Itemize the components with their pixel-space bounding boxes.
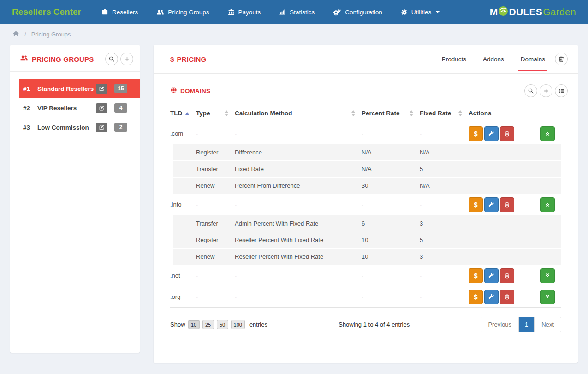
delete-pricing-button[interactable] <box>555 53 568 65</box>
configure-button[interactable] <box>484 197 499 212</box>
nav-item-utilities[interactable]: Utilities <box>401 9 440 16</box>
page-size-control: Show 102550100 entries <box>170 320 267 329</box>
search-domains-button[interactable] <box>524 84 537 97</box>
group-item-low-commission[interactable]: #3 Low Commission 2 <box>19 118 140 137</box>
group-item-vip-resellers[interactable]: #2 VIP Resellers 4 <box>19 99 140 117</box>
nav-item-payouts[interactable]: Payouts <box>228 9 261 16</box>
column-header-tld[interactable]: TLD <box>170 106 196 123</box>
tld-row-info: .info - - - - $ <box>170 194 561 215</box>
sort-icons <box>410 110 413 116</box>
show-label: Show <box>170 321 185 328</box>
edit-group-button[interactable] <box>96 84 107 94</box>
table-footer: Show 102550100 entries Showing 1 to 4 of… <box>170 317 561 332</box>
domains-section-header: DOMAINS <box>154 74 578 102</box>
collapse-button[interactable] <box>540 126 555 141</box>
bar-chart-icon <box>279 9 286 16</box>
logo-m: M <box>490 6 498 18</box>
group-name: Low Commission <box>37 124 96 131</box>
home-icon[interactable] <box>12 30 19 39</box>
price-button[interactable]: $ <box>469 268 483 283</box>
price-button[interactable]: $ <box>469 126 483 141</box>
group-item-standard-resellers[interactable]: #1 Standard Resellers 15 <box>19 79 140 98</box>
column-header-calculation-method[interactable]: Calculation Method <box>235 106 362 123</box>
expand-button[interactable] <box>540 290 555 304</box>
configure-button[interactable] <box>484 126 499 141</box>
page-size-25[interactable]: 25 <box>202 320 214 329</box>
pricing-subrow: Register Reseller Percent With Fixed Rat… <box>170 232 561 249</box>
breadcrumb: / Pricing Groups <box>0 24 588 45</box>
tld-row-org: .org - - - - $ <box>170 286 561 308</box>
sort-icons <box>225 110 228 116</box>
add-domain-button[interactable] <box>540 84 552 97</box>
brand-title[interactable]: Resellers Center <box>12 7 81 17</box>
price-button[interactable]: $ <box>469 197 483 212</box>
breadcrumb-current: Pricing Groups <box>31 31 71 38</box>
chevron-down-icon <box>436 11 440 13</box>
page-size-100[interactable]: 100 <box>231 320 245 329</box>
search-group-button[interactable] <box>105 53 118 65</box>
pricing-subrow: Register Difference N/A N/A <box>170 144 561 161</box>
logo-garden: Garden <box>543 6 576 18</box>
nav-menu: ResellersPricing GroupsPayoutsStatistics… <box>101 9 490 16</box>
sort-asc-icon <box>185 112 189 115</box>
pricing-title: $PRICING <box>170 55 442 63</box>
tab-products[interactable]: Products <box>442 45 466 73</box>
top-navbar: Resellers Center ResellersPricing Groups… <box>0 0 588 24</box>
expand-button[interactable] <box>540 268 555 283</box>
pricing-groups-title: PRICING GROUPS <box>32 55 103 63</box>
column-header-type[interactable]: Type <box>196 106 235 123</box>
delete-tld-button[interactable] <box>500 126 514 141</box>
modulesgarden-logo: M DULES Garden <box>490 6 576 18</box>
edit-group-button[interactable] <box>96 103 107 113</box>
column-header-percent-rate[interactable]: Percent Rate <box>362 106 420 123</box>
group-count-badge: 15 <box>114 84 127 93</box>
delete-tld-button[interactable] <box>500 197 514 212</box>
pricing-subrow: Transfer Fixed Rate N/A 5 <box>170 161 561 178</box>
page-1-button[interactable]: 1 <box>518 317 534 332</box>
page-size-10[interactable]: 10 <box>188 320 200 329</box>
page: Resellers Center ResellersPricing Groups… <box>0 0 588 374</box>
pagination: Previous 1 Next <box>481 317 561 332</box>
tld-row-com: .com - - - - $ <box>170 123 561 144</box>
add-group-button[interactable] <box>120 53 133 65</box>
gear-icon <box>401 9 408 16</box>
nav-item-pricing-groups[interactable]: Pricing Groups <box>156 9 209 16</box>
column-header-actions: Actions <box>469 106 561 123</box>
pricing-groups-list: #1 Standard Resellers 15#2 VIP Resellers… <box>10 72 140 137</box>
group-count-badge: 4 <box>114 103 127 113</box>
sort-icons <box>458 110 462 116</box>
pricing-subrow: Transfer Admin Percent With Fixed Rate 6… <box>170 215 561 232</box>
tld-row-net: .net - - - - $ <box>170 265 561 286</box>
users-icon <box>20 54 28 64</box>
nav-item-configuration[interactable]: Configuration <box>333 9 382 16</box>
configure-button[interactable] <box>484 268 499 283</box>
nav-item-statistics[interactable]: Statistics <box>279 9 315 16</box>
delete-tld-button[interactable] <box>500 268 514 283</box>
edit-group-button[interactable] <box>96 123 107 132</box>
domains-title: DOMAINS <box>170 87 522 95</box>
collapse-button[interactable] <box>540 197 555 212</box>
group-name: VIP Resellers <box>37 105 96 112</box>
tld-cell: .info <box>170 194 196 215</box>
list-view-button[interactable] <box>555 84 568 97</box>
tab-domains[interactable]: Domains <box>521 45 545 73</box>
next-page-button[interactable]: Next <box>534 317 561 332</box>
column-header-fixed-rate[interactable]: Fixed Rate <box>420 106 469 123</box>
previous-page-button[interactable]: Previous <box>481 317 518 332</box>
breadcrumb-separator: / <box>24 31 26 38</box>
pricing-tabs: ProductsAddonsDomains <box>442 45 545 73</box>
delete-tld-button[interactable] <box>500 290 514 304</box>
price-button[interactable]: $ <box>469 290 483 304</box>
group-number: #1 <box>23 85 37 92</box>
group-count-badge: 2 <box>114 123 127 132</box>
configure-button[interactable] <box>484 290 499 304</box>
dollar-icon: $ <box>170 55 174 63</box>
page-size-50[interactable]: 50 <box>217 320 228 329</box>
tab-addons[interactable]: Addons <box>483 45 504 73</box>
group-number: #2 <box>23 105 37 112</box>
page-size-buttons: 102550100 <box>188 320 245 329</box>
entries-label: entries <box>249 321 267 328</box>
tld-cell: .org <box>170 286 196 308</box>
pricing-groups-header: PRICING GROUPS <box>10 45 140 71</box>
nav-item-resellers[interactable]: Resellers <box>101 9 138 16</box>
